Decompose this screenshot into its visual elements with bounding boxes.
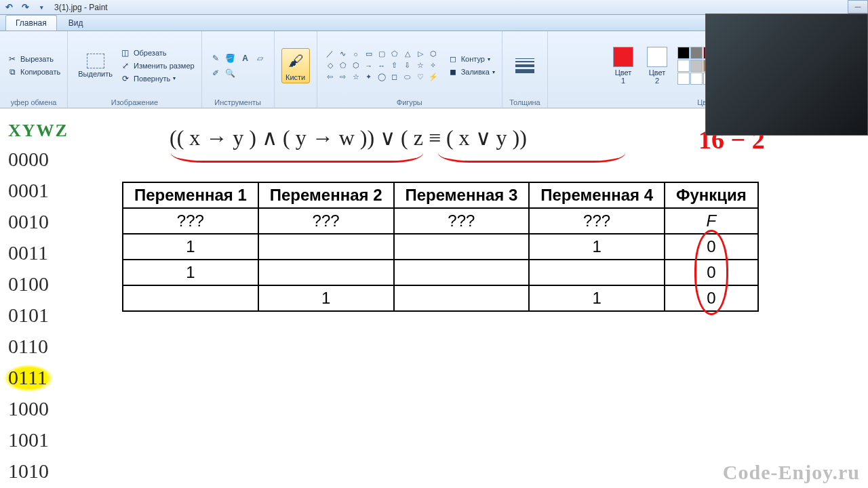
table-cell [123,285,258,311]
table-header: Переменная 2 [258,182,394,208]
cut-label: Вырезать [20,55,54,63]
color1-button[interactable]: Цвет 1 [610,45,637,87]
bucket-icon[interactable]: 🪣 [224,52,237,65]
color2-swatch [647,47,667,67]
tab-view[interactable]: Вид [58,15,94,30]
thickness-icon [513,58,537,73]
brushes-button[interactable]: 🖌 Кисти [281,48,310,83]
binary-row: 1000 [8,393,68,424]
color2-label: Цвет 2 [649,68,666,85]
palette-swatch-empty[interactable] [690,73,703,85]
group-clipboard-label: уфер обмена [11,97,57,106]
resize-label: Изменить размер [134,62,195,70]
palette-swatch[interactable] [690,47,703,59]
group-brushes: 🖌 Кисти [275,31,317,108]
palette-swatch[interactable] [677,47,690,59]
rotate-button[interactable]: ⟳Повернуть ▾ [120,73,176,84]
table-cell [394,260,530,285]
logic-formula: (( x → y ) ∧ ( y → w )) ∨ ( z ≡ ( x ∨ y … [170,125,527,150]
red-underline-1 [171,153,423,163]
binary-row: 1010 [8,455,68,487]
outline-button[interactable]: ◻Контур ▾ [448,54,490,64]
shapes-gallery[interactable]: ／∿○▭▢⬠△▷⬡ ◇⬠⬡→↔⇧⇩☆✧ ⇦⇨☆✦◯◻⬭♡⚡ [324,49,439,83]
binary-row: 1001 [8,424,68,455]
cut-button[interactable]: ✂Вырезать [7,54,54,64]
group-thickness-label: Толщина [509,97,540,106]
table-row: 10 [123,260,758,285]
table-row: 110 [123,285,758,311]
fill-icon: ◼ [448,66,458,77]
table-cell: 0 [665,260,758,285]
text-icon[interactable]: A [239,52,252,65]
pencil-icon[interactable]: ✎ [209,52,222,65]
table-cell: 1 [123,234,258,260]
rotate-label: Повернуть [134,75,170,83]
magnifier-icon[interactable]: 🔍 [224,66,237,80]
table-header: Переменная 4 [529,182,665,208]
fill-label: Заливка [461,68,490,76]
quick-access-toolbar: ↶ ↷ ▾ [3,1,47,14]
table-cell [394,234,530,260]
crop-button[interactable]: ◫Обрезать [120,47,167,58]
table-cell [394,285,530,311]
table-cell [258,234,394,260]
table-row: ????????????F [123,208,758,234]
binary-row: 0000 [8,144,68,175]
binary-row: 0110 [8,331,68,362]
picker-icon[interactable]: ✐ [209,66,222,80]
crop-icon: ◫ [120,47,131,58]
copy-button[interactable]: ⧉Копировать [7,66,60,77]
resize-icon: ⤢ [120,60,131,71]
select-icon [87,54,104,68]
minimize-button[interactable]: — [848,0,868,14]
group-shapes: ／∿○▭▢⬠△▷⬡ ◇⬠⬡→↔⇧⇩☆✧ ⇦⇨☆✦◯◻⬭♡⚡ ◻Контур ▾ … [317,31,502,108]
binary-row: 0100 [8,268,68,300]
eraser-icon[interactable]: ▱ [254,52,267,65]
watermark: Code-Enjoy.ru [723,461,860,484]
table-cell: 1 [529,285,665,311]
table-cell: ??? [394,208,530,234]
fill-button[interactable]: ◼Заливка ▾ [448,66,495,77]
binary-row: 0011 [8,237,68,268]
select-button[interactable]: Выделить [75,52,116,80]
table-cell: 1 [258,285,394,311]
table-cell: 1 [123,260,258,285]
binary-row: 0001 [8,175,68,206]
group-tools: ✎ 🪣 A ▱ ✐ 🔍 Инструменты [202,31,275,108]
table-cell: 0 [665,285,758,311]
webcam-overlay [705,14,868,136]
palette-swatch-empty[interactable] [677,73,690,85]
group-image: Выделить ◫Обрезать ⤢Изменить размер ⟳Пов… [68,31,201,108]
outline-icon: ◻ [448,54,458,64]
palette-swatch[interactable] [690,60,703,72]
thickness-button[interactable] [509,56,540,75]
red-underline-2 [438,153,625,163]
color2-button[interactable]: Цвет 2 [644,45,671,87]
binary-header: XYWZ [8,115,68,146]
table-cell: 0 [665,234,758,260]
binary-row: 0101 [8,300,68,331]
undo-icon[interactable]: ↶ [3,1,15,14]
tools-grid: ✎ 🪣 A ▱ ✐ 🔍 [209,52,267,80]
redo-icon[interactable]: ↷ [19,1,31,14]
rotate-icon: ⟳ [120,73,131,84]
group-clipboard: ✂Вырезать ⧉Копировать уфер обмена [0,31,68,108]
qat-dropdown-icon[interactable]: ▾ [35,1,47,14]
tab-home[interactable]: Главная [5,15,57,30]
outline-label: Контур [461,55,485,63]
table-cell: F [665,208,758,234]
color1-label: Цвет 1 [615,68,632,85]
brushes-label: Кисти [285,73,305,81]
table-header: Переменная 1 [123,182,258,208]
table-cell [258,260,394,285]
table-cell: ??? [258,208,394,234]
binary-row: 0111 [8,362,47,393]
resize-button[interactable]: ⤢Изменить размер [120,60,195,71]
table-header: Переменная 3 [394,182,530,208]
scissors-icon: ✂ [7,54,18,64]
table-row: 110 [123,234,758,260]
copy-label: Копировать [20,68,60,76]
binary-row: 0010 [8,206,68,237]
palette-swatch[interactable] [677,60,690,72]
table-cell: ??? [529,208,665,234]
